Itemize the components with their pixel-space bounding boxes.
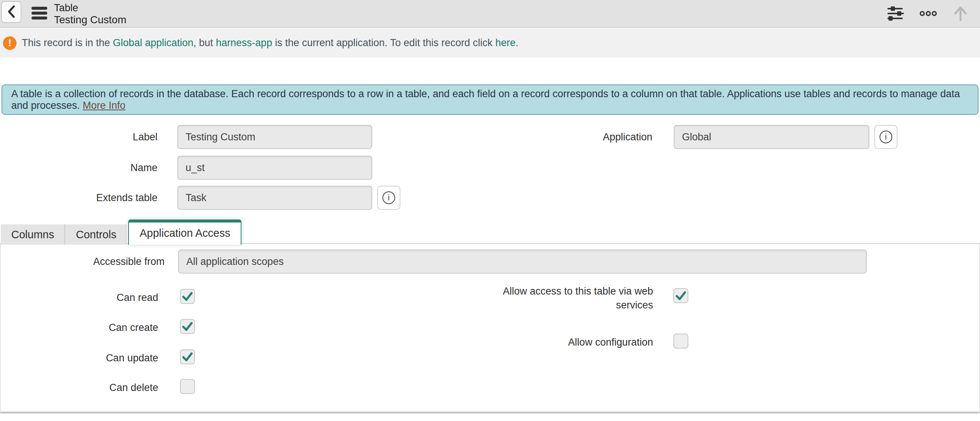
- can-create-checkbox[interactable]: [180, 319, 195, 334]
- table-record-page: Table Testing Custom: [0, 0, 980, 421]
- harness-app-link[interactable]: harness-app: [216, 37, 272, 48]
- record-name-label: Testing Custom: [54, 14, 126, 26]
- menu-icon[interactable]: [32, 7, 47, 19]
- notice-part: This record is in the: [22, 37, 113, 48]
- can-delete-checkbox[interactable]: [180, 379, 195, 394]
- table-info-banner: A table is a collection of records in th…: [2, 85, 978, 115]
- notice-part: .: [515, 37, 519, 48]
- allow-configuration-label: Allow configuration: [488, 335, 653, 350]
- can-update-checkbox[interactable]: [180, 349, 195, 364]
- application-info-button[interactable]: i: [874, 125, 897, 149]
- notice-part: is the current application. To edit this…: [272, 37, 495, 48]
- accessible-from-label: Accessible from: [1, 250, 165, 274]
- more-options-button[interactable]: [918, 9, 939, 19]
- application-field-label: Application: [532, 125, 652, 149]
- tab-controls[interactable]: Controls: [64, 224, 127, 245]
- arrow-up-icon: [952, 5, 969, 23]
- cross-scope-notice: ! This record is in the Global applicati…: [0, 29, 980, 57]
- label-field-label: Label: [0, 125, 158, 149]
- personalize-form-button[interactable]: [886, 5, 906, 24]
- check-icon: [181, 290, 193, 303]
- check-icon: [181, 321, 193, 332]
- allow-web-services-checkbox[interactable]: [673, 288, 688, 303]
- extends-table-field-label: Extends table: [0, 186, 158, 210]
- application-field-input[interactable]: [674, 125, 869, 149]
- name-field-label: Name: [0, 156, 158, 180]
- info-icon: i: [880, 131, 892, 144]
- notice-text: This record is in the Global application…: [22, 37, 519, 49]
- tab-bar: Columns Controls Application Access: [1, 220, 242, 245]
- chevron-left-icon: [6, 4, 16, 20]
- allow-configuration-checkbox[interactable]: [673, 333, 688, 349]
- can-create-label: Can create: [1, 320, 158, 335]
- page-title: Table Testing Custom: [54, 0, 126, 28]
- edit-here-link[interactable]: here: [495, 37, 515, 48]
- notice-part: , but: [193, 37, 216, 48]
- record-type-label: Table: [54, 2, 126, 14]
- check-icon: [181, 351, 193, 363]
- sliders-icon: [887, 6, 904, 22]
- can-delete-label: Can delete: [1, 380, 158, 395]
- allow-web-services-label: Allow access to this table via web servi…: [488, 284, 653, 312]
- back-button[interactable]: [1, 1, 21, 23]
- global-application-link[interactable]: Global application: [113, 37, 193, 48]
- header-bar: Table Testing Custom: [0, 0, 980, 28]
- name-field-input[interactable]: [177, 156, 372, 180]
- accessible-from-input[interactable]: [178, 250, 867, 274]
- header-actions: [886, 0, 970, 28]
- application-access-panel: Accessible from Can read Can create Can …: [0, 244, 980, 413]
- scroll-to-top-button[interactable]: [951, 4, 970, 24]
- extends-table-field-input[interactable]: [177, 186, 372, 210]
- tab-columns[interactable]: Columns: [1, 224, 64, 245]
- banner-text: A table is a collection of records in th…: [11, 88, 969, 112]
- check-icon: [675, 290, 687, 302]
- info-icon: i: [382, 191, 395, 204]
- can-read-checkbox[interactable]: [180, 289, 195, 304]
- label-field-input[interactable]: [177, 125, 372, 149]
- tab-application-access[interactable]: Application Access: [128, 220, 242, 245]
- extends-table-info-button[interactable]: i: [377, 186, 400, 210]
- warning-icon: !: [3, 37, 16, 50]
- more-info-link[interactable]: More Info: [83, 100, 126, 111]
- can-update-label: Can update: [1, 351, 158, 365]
- can-read-label: Can read: [1, 290, 158, 305]
- banner-description: A table is a collection of records in th…: [11, 88, 960, 111]
- ellipsis-icon: [919, 11, 937, 18]
